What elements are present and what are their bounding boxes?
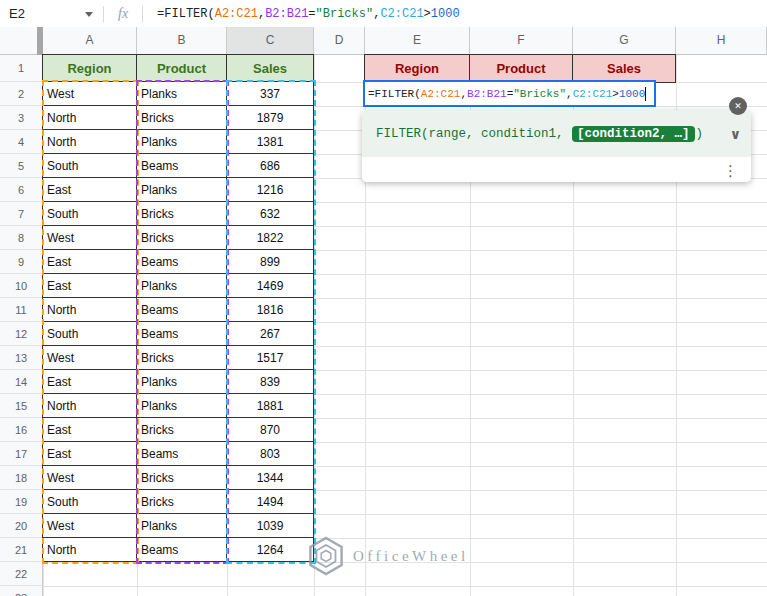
row-header-14[interactable]: 14 — [0, 370, 43, 394]
row-header-10[interactable]: 10 — [0, 274, 43, 298]
table-cell[interactable]: 1039 — [227, 514, 314, 538]
table-cell[interactable]: North — [43, 394, 137, 418]
table-cell[interactable]: Bricks — [137, 490, 227, 514]
table-cell[interactable]: Beams — [137, 538, 227, 562]
source-header-cell[interactable]: Region — [43, 55, 137, 82]
row-header-2[interactable]: 2 — [0, 82, 43, 106]
table-cell[interactable]: Beams — [137, 298, 227, 322]
table-cell[interactable]: South — [43, 322, 137, 346]
row-header-20[interactable]: 20 — [0, 514, 43, 538]
column-header-c[interactable]: C — [227, 27, 314, 55]
table-cell[interactable]: 1517 — [227, 346, 314, 370]
row-header-16[interactable]: 16 — [0, 418, 43, 442]
row-header-15[interactable]: 15 — [0, 394, 43, 418]
table-cell[interactable]: Planks — [137, 394, 227, 418]
table-cell[interactable]: Planks — [137, 82, 227, 106]
result-header-cell[interactable]: Sales — [573, 55, 676, 83]
table-cell[interactable]: Planks — [137, 274, 227, 298]
row-header-5[interactable]: 5 — [0, 154, 43, 178]
column-header-d[interactable]: D — [314, 27, 365, 55]
table-cell[interactable]: 1816 — [227, 298, 314, 322]
row-header-3[interactable]: 3 — [0, 106, 43, 130]
table-cell[interactable]: East — [43, 274, 137, 298]
column-header-f[interactable]: F — [470, 27, 573, 55]
table-cell[interactable]: South — [43, 490, 137, 514]
table-cell[interactable]: 1381 — [227, 130, 314, 154]
table-cell[interactable]: Beams — [137, 250, 227, 274]
result-header-cell[interactable]: Product — [470, 55, 573, 83]
table-cell[interactable]: West — [43, 514, 137, 538]
row-header-9[interactable]: 9 — [0, 250, 43, 274]
kebab-menu-icon[interactable]: ⋮ — [723, 162, 738, 177]
table-cell[interactable]: West — [43, 466, 137, 490]
table-cell[interactable]: 1469 — [227, 274, 314, 298]
row-header-6[interactable]: 6 — [0, 178, 43, 202]
table-cell[interactable]: North — [43, 538, 137, 562]
table-cell[interactable]: 686 — [227, 154, 314, 178]
table-cell[interactable]: West — [43, 346, 137, 370]
table-cell[interactable]: North — [43, 298, 137, 322]
table-cell[interactable]: East — [43, 250, 137, 274]
table-cell[interactable]: West — [43, 82, 137, 106]
table-cell[interactable]: Bricks — [137, 226, 227, 250]
name-box-dropdown-icon[interactable] — [85, 12, 93, 17]
table-cell[interactable]: Bricks — [137, 418, 227, 442]
table-cell[interactable]: 267 — [227, 322, 314, 346]
table-cell[interactable]: 803 — [227, 442, 314, 466]
table-cell[interactable]: Beams — [137, 442, 227, 466]
table-cell[interactable]: Beams — [137, 322, 227, 346]
row-header-19[interactable]: 19 — [0, 490, 43, 514]
row-header-13[interactable]: 13 — [0, 346, 43, 370]
table-cell[interactable]: 1264 — [227, 538, 314, 562]
table-cell[interactable]: West — [43, 226, 137, 250]
column-header-e[interactable]: E — [365, 27, 470, 55]
table-cell[interactable]: Planks — [137, 130, 227, 154]
table-cell[interactable]: 899 — [227, 250, 314, 274]
table-cell[interactable]: South — [43, 154, 137, 178]
table-cell[interactable]: 839 — [227, 370, 314, 394]
table-cell[interactable]: 1344 — [227, 466, 314, 490]
table-cell[interactable]: Beams — [137, 154, 227, 178]
table-cell[interactable]: Bricks — [137, 202, 227, 226]
row-header-22[interactable]: 22 — [0, 562, 43, 586]
column-header-h[interactable]: H — [676, 27, 767, 55]
formula-bar-input[interactable]: =FILTER(A2:C21,B2:B21="Bricks",C2:C21>10… — [149, 7, 767, 21]
chevron-down-icon[interactable]: ∨ — [730, 126, 741, 142]
row-header-12[interactable]: 12 — [0, 322, 43, 346]
table-cell[interactable]: 1822 — [227, 226, 314, 250]
table-cell[interactable]: 337 — [227, 82, 314, 106]
table-cell[interactable]: Planks — [137, 514, 227, 538]
cell-editor-e2[interactable]: =FILTER(A2:C21,B2:B21="Bricks",C2:C21>10… — [363, 80, 656, 107]
table-cell[interactable]: East — [43, 370, 137, 394]
table-cell[interactable]: North — [43, 130, 137, 154]
column-header-g[interactable]: G — [573, 27, 676, 55]
row-header-7[interactable]: 7 — [0, 202, 43, 226]
table-cell[interactable]: Planks — [137, 178, 227, 202]
table-cell[interactable]: North — [43, 106, 137, 130]
table-cell[interactable]: East — [43, 418, 137, 442]
source-header-cell[interactable]: Sales — [227, 55, 314, 82]
row-header-21[interactable]: 21 — [0, 538, 43, 562]
column-header-b[interactable]: B — [137, 27, 227, 55]
close-icon[interactable]: ✕ — [729, 97, 747, 115]
table-cell[interactable]: Bricks — [137, 106, 227, 130]
row-header-4[interactable]: 4 — [0, 130, 43, 154]
table-cell[interactable]: 632 — [227, 202, 314, 226]
result-header-cell[interactable]: Region — [365, 55, 470, 83]
table-cell[interactable]: Bricks — [137, 346, 227, 370]
table-cell[interactable]: Bricks — [137, 466, 227, 490]
table-cell[interactable]: South — [43, 202, 137, 226]
table-cell[interactable]: East — [43, 178, 137, 202]
row-header-17[interactable]: 17 — [0, 442, 43, 466]
row-header-23[interactable]: 23 — [0, 586, 43, 596]
table-cell[interactable]: 870 — [227, 418, 314, 442]
row-header-1[interactable]: 1 — [0, 55, 43, 82]
table-cell[interactable]: 1216 — [227, 178, 314, 202]
row-header-8[interactable]: 8 — [0, 226, 43, 250]
source-header-cell[interactable]: Product — [137, 55, 227, 82]
table-cell[interactable]: East — [43, 442, 137, 466]
table-cell[interactable]: 1494 — [227, 490, 314, 514]
row-header-11[interactable]: 11 — [0, 298, 43, 322]
row-header-18[interactable]: 18 — [0, 466, 43, 490]
table-cell[interactable]: Planks — [137, 370, 227, 394]
